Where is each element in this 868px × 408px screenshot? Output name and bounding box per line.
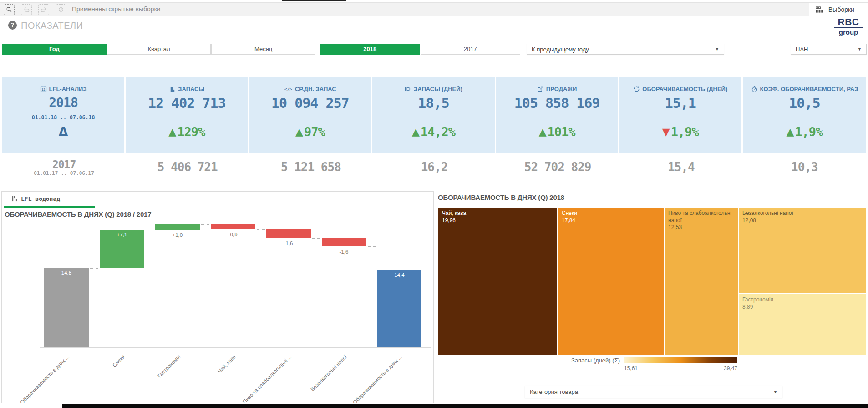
kpi-delta: ▲14,2% xyxy=(412,125,455,139)
x-axis-labels: Оборачиваемость в днях ...СнекиГастроном… xyxy=(2,352,433,403)
kpi-value: 10,5 xyxy=(789,95,820,114)
kpi-delta: ▲97% xyxy=(295,125,325,139)
calendar-icon: 12 xyxy=(40,86,47,92)
year-button-2[interactable]: 2017 xyxy=(421,44,521,55)
waterfall-connector xyxy=(257,229,265,230)
waterfall-tabbar: LFL-водопад xyxy=(2,192,433,208)
search-icon[interactable] xyxy=(4,4,15,15)
kpi-value: 15,1 xyxy=(665,95,696,114)
kpi-prev-subtitle: 01.01.17 .. 07.06.17 xyxy=(34,170,94,176)
year-button-1[interactable]: 2018 xyxy=(320,44,420,55)
waterfall-bar[interactable] xyxy=(266,229,311,238)
waterfall-bar[interactable] xyxy=(322,238,366,246)
delta-arrow-up-icon: ▲ xyxy=(412,125,420,139)
treemap-cells: Чай, кава19,96Снеки17,84Пиво та слабоалк… xyxy=(438,207,866,355)
waterfall-bar[interactable]: 14,8 xyxy=(44,268,89,347)
code-icon: </> xyxy=(284,86,293,92)
waterfall-bar[interactable] xyxy=(211,224,255,229)
kpi-title: СР.ДН. ЗАПАС xyxy=(295,86,336,92)
kpi-tile-4: ЗАПАСЫ (ДНЕЙ)18,5▲14,2%16,2 xyxy=(372,77,496,181)
delta-arrow-up-icon: ▲ xyxy=(168,125,176,139)
kpi-tile-6: ОБОРАЧИВАЕМОСТЬ (ДНЕЙ)15,1▼1,9%15,4 xyxy=(619,77,743,181)
currency-dropdown[interactable]: UAH ▼ xyxy=(791,44,867,55)
undo-icon[interactable] xyxy=(21,4,32,15)
stocks-bars-icon xyxy=(169,86,176,92)
redo-icon[interactable] xyxy=(38,4,49,15)
logo-text-top: RBC xyxy=(834,17,863,28)
kpi-previous-year: 5 121 658 xyxy=(249,153,372,181)
kpi-tile-top: ОБОРАЧИВАЕМОСТЬ (ДНЕЙ)15,1▼1,9% xyxy=(619,77,743,153)
kpi-row: 12LFL-АНАЛИЗ201801.01.18 .. 07.06.18Δ201… xyxy=(2,77,866,181)
rbc-group-logo: RBC group xyxy=(834,17,863,36)
waterfall-bar[interactable] xyxy=(155,224,200,230)
kpi-delta: ▲1,9% xyxy=(786,125,822,139)
delta-value: 129% xyxy=(177,125,205,139)
category-dropdown[interactable]: Категория товара ▼ xyxy=(525,386,782,398)
waterfall-bar[interactable]: 14,4 xyxy=(377,270,421,347)
external-link-icon xyxy=(537,86,544,92)
comparison-dropdown[interactable]: К предыдущему году ▼ xyxy=(527,44,724,55)
clear-selections-icon[interactable] xyxy=(56,4,66,15)
treemap-panel: ОБОРАЧИВАЕМОСТЬ В ДНЯХ (Q) 2018 Чай, кав… xyxy=(437,191,868,403)
kpi-title: LFL-АНАЛИЗ xyxy=(49,86,87,92)
delta-symbol: Δ xyxy=(59,125,68,138)
kpi-tile-top: 12LFL-АНАЛИЗ201801.01.18 .. 07.06.18Δ xyxy=(2,77,126,153)
treemap-cell-value: 8,89 xyxy=(742,304,862,311)
treemap-cell[interactable]: Снеки17,84 xyxy=(558,207,664,355)
waterfall-chart-title: ОБОРАЧИВАЕМОСТЬ В ДНЯХ (Q) 2018 / 2017 xyxy=(5,210,151,218)
kpi-prev-value: 5 121 658 xyxy=(281,160,341,174)
x-axis-label: Оборачиваемость в днях ... xyxy=(15,354,71,403)
active-tab-underline xyxy=(4,206,95,208)
kpi-value: 18,5 xyxy=(418,95,449,114)
tab-label: LFL-водопад xyxy=(21,195,60,202)
waterfall-bar[interactable]: +7,1 xyxy=(100,230,144,268)
bar-value-label: -0,9 xyxy=(211,232,255,237)
selections-button[interactable]: Выборки xyxy=(809,3,868,16)
svg-text:12: 12 xyxy=(41,88,45,92)
treemap-cell-value: 12,53 xyxy=(668,224,734,231)
kpi-tile-1: 12LFL-АНАЛИЗ201801.01.18 .. 07.06.18Δ201… xyxy=(2,77,126,181)
hidden-selections-status: Применены скрытые выборки xyxy=(72,3,160,16)
bar-value-label: 14,8 xyxy=(44,270,89,275)
legend-label: Запасы (дней) (Σ) xyxy=(500,357,620,364)
x-axis-label: Гастрономія xyxy=(126,354,182,403)
kpi-delta: ▲129% xyxy=(168,125,205,139)
bottom-black-bar xyxy=(62,404,868,408)
kpi-prev-value: 15,4 xyxy=(668,160,695,174)
currency-dropdown-value: UAH xyxy=(796,46,808,53)
kpi-tile-top: КОЭФ. ОБОРАЧИВАЕМОСТИ, РАЗ10,5▲1,9% xyxy=(743,77,866,153)
kpi-title: ЗАПАСЫ (ДНЕЙ) xyxy=(414,86,462,92)
period-button-3[interactable]: Месяц xyxy=(211,44,315,55)
kpi-tile-top: ЗАПАСЫ (ДНЕЙ)18,5▲14,2% xyxy=(372,77,496,153)
waterfall-connector xyxy=(90,268,98,269)
treemap-cell-name: Пиво та слабоалкогольні напої xyxy=(668,210,734,224)
treemap-cell-value: 12,08 xyxy=(742,217,862,224)
kpi-subtitle: 01.01.18 .. 07.06.18 xyxy=(32,114,95,122)
treemap-cell[interactable]: Безалкогольні напої12,08 xyxy=(738,207,866,294)
help-icon[interactable]: ? xyxy=(8,21,17,30)
kpi-tile-top: ЗАПАСЫ12 402 713▲129% xyxy=(126,77,249,153)
tab-lfl-waterfall[interactable]: LFL-водопад xyxy=(12,195,60,202)
toolbar-divider xyxy=(66,3,66,16)
kpi-tile-top: ПРОДАЖИ105 858 169▲101% xyxy=(496,77,619,153)
logo-text-bottom: group xyxy=(834,29,863,36)
category-dropdown-value: Категория товара xyxy=(530,388,578,395)
kpi-tile-7: КОЭФ. ОБОРАЧИВАЕМОСТИ, РАЗ10,5▲1,9%10,3 xyxy=(743,77,866,181)
chevron-down-icon: ▼ xyxy=(858,47,862,51)
waterfall-chart-icon xyxy=(12,196,18,202)
treemap-cell-value: 17,84 xyxy=(562,217,660,224)
treemap-cell[interactable]: Гастрономія8,89 xyxy=(738,294,866,355)
treemap-cell[interactable]: Пиво та слабоалкогольні напої12,53 xyxy=(664,207,738,355)
delta-value: 101% xyxy=(548,125,575,139)
kpi-prev-value: 10,3 xyxy=(791,160,818,174)
period-button-2[interactable]: Квартал xyxy=(107,44,211,55)
selections-button-label: Выборки xyxy=(828,6,854,13)
period-button-1[interactable]: Год xyxy=(2,44,107,55)
kpi-value: 10 094 257 xyxy=(271,95,349,114)
kpi-header: ЗАПАСЫ xyxy=(169,84,204,93)
treemap-cell-name: Безалкогольні напої xyxy=(742,210,862,217)
x-axis-line xyxy=(40,347,431,348)
kpi-previous-year: 5 406 721 xyxy=(126,153,249,181)
legend-min-value: 15,61 xyxy=(624,365,638,372)
treemap-cell[interactable]: Чай, кава19,96 xyxy=(438,207,558,355)
